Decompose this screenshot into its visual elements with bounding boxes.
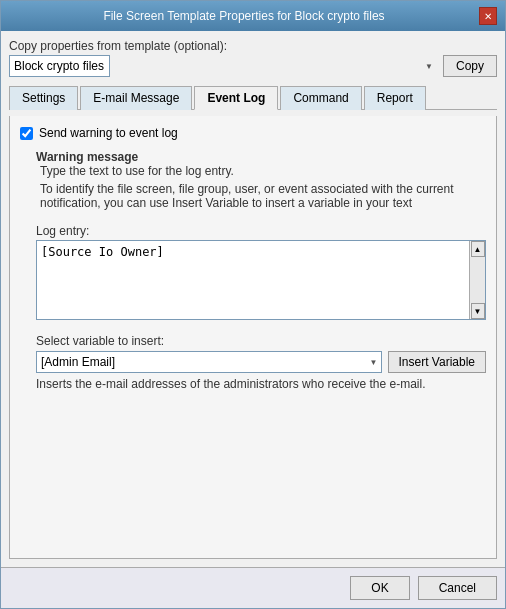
variable-dropdown-wrapper: [Admin Email] (36, 351, 382, 373)
scroll-down-button[interactable]: ▼ (471, 303, 485, 319)
variable-dropdown[interactable]: [Admin Email] (36, 351, 382, 373)
warning-message-label: Warning message (36, 150, 486, 164)
copy-dropdown-row: Block crypto files Copy (9, 55, 497, 77)
send-warning-checkbox[interactable] (20, 127, 33, 140)
close-button[interactable]: ✕ (479, 7, 497, 25)
log-textarea-wrapper: ▲ ▼ (36, 240, 486, 320)
footer: OK Cancel (1, 567, 505, 608)
content-area: Copy properties from template (optional)… (1, 31, 505, 567)
variable-row: [Admin Email] Insert Variable (36, 351, 486, 373)
log-entry-textarea[interactable] (37, 241, 469, 319)
send-warning-row: Send warning to event log (20, 126, 486, 140)
copy-button[interactable]: Copy (443, 55, 497, 77)
tab-eventlog[interactable]: Event Log (194, 86, 278, 110)
template-dropdown[interactable]: Block crypto files (9, 55, 110, 77)
tab-email[interactable]: E-mail Message (80, 86, 192, 110)
tab-report[interactable]: Report (364, 86, 426, 110)
insert-variable-button[interactable]: Insert Variable (388, 351, 486, 373)
log-entry-section: Log entry: ▲ ▼ (36, 216, 486, 320)
log-scrollbar: ▲ ▼ (469, 241, 485, 319)
bottom-spacer (20, 397, 486, 548)
copy-from-template-section: Copy properties from template (optional)… (9, 39, 497, 77)
send-warning-label: Send warning to event log (39, 126, 178, 140)
scroll-track (470, 257, 485, 303)
window-title: File Screen Template Properties for Bloc… (9, 9, 479, 23)
variable-section: Select variable to insert: [Admin Email]… (36, 334, 486, 391)
title-bar: File Screen Template Properties for Bloc… (1, 1, 505, 31)
copy-label: Copy properties from template (optional)… (9, 39, 497, 53)
ok-button[interactable]: OK (350, 576, 409, 600)
tab-command[interactable]: Command (280, 86, 361, 110)
tab-content-eventlog: Send warning to event log Warning messag… (9, 116, 497, 559)
tab-settings[interactable]: Settings (9, 86, 78, 110)
variable-desc: Inserts the e-mail addresses of the admi… (36, 377, 486, 391)
warning-message-section: Warning message Type the text to use for… (36, 146, 486, 210)
warning-desc1: Type the text to use for the log entry. (40, 164, 486, 178)
cancel-button[interactable]: Cancel (418, 576, 497, 600)
main-window: File Screen Template Properties for Bloc… (0, 0, 506, 609)
scroll-up-button[interactable]: ▲ (471, 241, 485, 257)
variable-label: Select variable to insert: (36, 334, 486, 348)
warning-desc2: To identify the file screen, file group,… (40, 182, 486, 210)
template-dropdown-wrapper: Block crypto files (9, 55, 437, 77)
tab-bar: Settings E-mail Message Event Log Comman… (9, 85, 497, 110)
log-entry-label: Log entry: (36, 224, 486, 238)
